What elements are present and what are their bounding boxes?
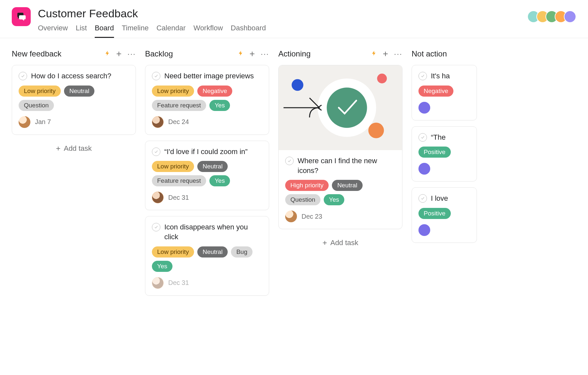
card-title-row: It's ha	[418, 71, 470, 81]
tag[interactable]: Negative	[197, 86, 232, 97]
tag[interactable]: Positive	[418, 147, 451, 158]
project-title: Customer Feedback	[38, 7, 576, 20]
tag[interactable]: Positive	[418, 208, 451, 219]
tag[interactable]: Low priority	[152, 86, 194, 97]
project-icon	[12, 7, 31, 26]
task-card[interactable]: Where can I find the new icons?High prio…	[278, 65, 402, 229]
assignee-avatar[interactable]	[285, 211, 297, 222]
task-card[interactable]: Need better image previewsLow priorityNe…	[145, 65, 269, 135]
complete-check-icon[interactable]	[418, 133, 427, 142]
more-icon[interactable]: ···	[394, 49, 402, 58]
tag[interactable]: Question	[19, 100, 54, 111]
tag[interactable]: Neutral	[197, 161, 228, 172]
more-icon[interactable]: ···	[127, 49, 136, 58]
card-title-row: Icon disappears when you click	[152, 222, 262, 242]
tab-workflow[interactable]: Workflow	[193, 24, 223, 38]
card-tags: Negative	[418, 86, 470, 97]
tab-calendar[interactable]: Calendar	[156, 24, 186, 38]
automation-icon[interactable]	[371, 50, 377, 58]
chat-bubbles-icon	[16, 11, 27, 22]
complete-check-icon[interactable]	[418, 194, 427, 203]
column-title: New feedback	[12, 49, 105, 58]
task-card[interactable]: How do I access search?Low priorityNeutr…	[12, 65, 136, 135]
tab-overview[interactable]: Overview	[38, 24, 68, 38]
card-due-date: Dec 31	[168, 194, 189, 201]
assignee-avatar[interactable]	[418, 224, 430, 236]
task-card[interactable]: It's haNegative	[412, 65, 477, 120]
card-tags: High priorityNeutralQuestionYes	[285, 180, 396, 205]
assignee-avatar[interactable]	[152, 192, 164, 203]
card-tags: Positive	[418, 208, 470, 219]
card-title-row: Need better image previews	[152, 71, 262, 81]
assignee-avatar[interactable]	[418, 163, 430, 175]
tag[interactable]: Bug	[231, 246, 253, 258]
card-footer: Dec 31	[152, 192, 262, 203]
tag[interactable]: Low priority	[152, 161, 194, 172]
member-avatar[interactable]	[564, 10, 576, 23]
task-card[interactable]: “I'd love if I could zoom in”Low priorit…	[145, 141, 269, 211]
project-tabs: OverviewListBoardTimelineCalendarWorkflo…	[38, 24, 576, 38]
card-title: Icon disappears when you click	[164, 222, 262, 242]
card-title: How do I access search?	[31, 71, 111, 81]
add-task-label: Add task	[330, 239, 358, 247]
add-task-button[interactable]: +Add task	[12, 141, 136, 156]
tag[interactable]: Yes	[209, 100, 230, 111]
card-title-row: Where can I find the new icons?	[285, 156, 396, 175]
card-title: “The	[431, 133, 446, 142]
assignee-avatar[interactable]	[418, 102, 430, 114]
column-header: Actioning+···	[278, 49, 402, 58]
column: Actioning+···Where can I find the new ic…	[278, 49, 402, 251]
tag[interactable]: Neutral	[64, 86, 94, 97]
complete-check-icon[interactable]	[152, 148, 160, 156]
tag[interactable]: Low priority	[19, 86, 61, 97]
tag[interactable]: Yes	[324, 194, 344, 205]
task-card[interactable]: “ThePositive	[412, 126, 477, 182]
tab-timeline[interactable]: Timeline	[122, 24, 149, 38]
tag[interactable]: Neutral	[332, 180, 362, 191]
add-card-icon[interactable]: +	[116, 49, 122, 58]
complete-check-icon[interactable]	[285, 157, 294, 165]
complete-check-icon[interactable]	[152, 72, 160, 80]
add-task-button[interactable]: +Add task	[278, 235, 402, 251]
tag[interactable]: Yes	[152, 261, 172, 272]
tab-list[interactable]: List	[76, 24, 87, 38]
tag[interactable]: Negative	[418, 86, 453, 97]
complete-check-icon[interactable]	[19, 72, 27, 80]
card-tags: Low priorityNeutralFeature requestYes	[152, 161, 262, 186]
column-title: Actioning	[278, 49, 371, 58]
tag[interactable]: Feature request	[152, 100, 206, 111]
assignee-avatar[interactable]	[19, 116, 30, 128]
complete-check-icon[interactable]	[418, 72, 427, 80]
tag[interactable]: Neutral	[197, 246, 228, 258]
tag[interactable]: High priority	[285, 180, 329, 191]
svg-point-2	[327, 87, 367, 128]
task-card[interactable]: I lovePositive	[412, 187, 477, 243]
column-title: Backlog	[145, 49, 238, 58]
add-card-icon[interactable]: +	[383, 49, 388, 58]
card-tags: Positive	[418, 147, 470, 158]
card-footer	[418, 163, 470, 175]
card-title: Where can I find the new icons?	[298, 156, 396, 175]
task-card[interactable]: Icon disappears when you clickLow priori…	[145, 216, 269, 295]
add-card-icon[interactable]: +	[250, 49, 255, 58]
column-header: Backlog+···	[145, 49, 269, 58]
card-title-row: “The	[418, 133, 470, 142]
card-title: Need better image previews	[164, 71, 254, 81]
more-icon[interactable]: ···	[261, 49, 269, 58]
project-members[interactable]	[531, 10, 576, 23]
assignee-avatar[interactable]	[152, 116, 164, 128]
tab-board[interactable]: Board	[95, 24, 114, 38]
automation-icon[interactable]	[238, 50, 244, 58]
automation-icon[interactable]	[105, 50, 110, 58]
tab-dashboard[interactable]: Dashboard	[231, 24, 266, 38]
tag[interactable]: Feature request	[152, 175, 206, 186]
complete-check-icon[interactable]	[152, 223, 160, 231]
assignee-avatar[interactable]	[152, 277, 164, 289]
column: New feedback+···How do I access search?L…	[12, 49, 136, 156]
card-due-date: Dec 31	[168, 279, 189, 287]
tag[interactable]: Yes	[209, 175, 230, 186]
kanban-board: New feedback+···How do I access search?L…	[0, 38, 588, 313]
tag[interactable]: Low priority	[152, 246, 194, 258]
card-title-row: How do I access search?	[19, 71, 129, 81]
tag[interactable]: Question	[285, 194, 320, 205]
